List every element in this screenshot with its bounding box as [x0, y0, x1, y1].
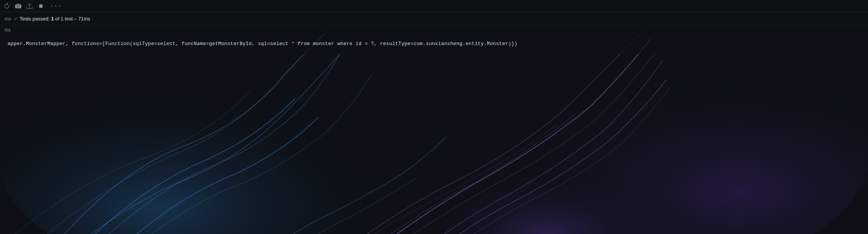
output-area: apper.MonsterMapper, functions=[Function…	[0, 34, 868, 54]
stop-icon[interactable]	[37, 2, 45, 10]
tests-passed-label: Tests passed:	[20, 16, 51, 22]
app-container: ··· ms ✓ Tests passed: 1 of 1 test – 71m…	[0, 0, 868, 234]
total-tests: 1 test	[61, 16, 73, 22]
dash: –	[73, 16, 78, 22]
toolbar: ···	[0, 0, 868, 12]
label-bar: ms	[0, 26, 868, 34]
check-icon: ✓	[14, 16, 17, 22]
camera-icon[interactable]	[14, 2, 22, 10]
status-bar: ms ✓ Tests passed: 1 of 1 test – 71ms	[0, 12, 868, 26]
refresh-icon[interactable]	[3, 2, 11, 10]
code-output-line: apper.MonsterMapper, functions=[Function…	[8, 40, 860, 48]
more-options-icon[interactable]: ···	[48, 3, 64, 9]
label-text: ms	[5, 27, 11, 33]
export-icon[interactable]	[26, 2, 33, 10]
title-partial: ms	[5, 16, 11, 22]
duration: 71ms	[78, 16, 90, 22]
toolbar-icons: ···	[3, 2, 64, 10]
status-text: Tests passed: 1 of 1 test – 71ms	[20, 16, 90, 22]
of-separator: of	[54, 16, 61, 22]
